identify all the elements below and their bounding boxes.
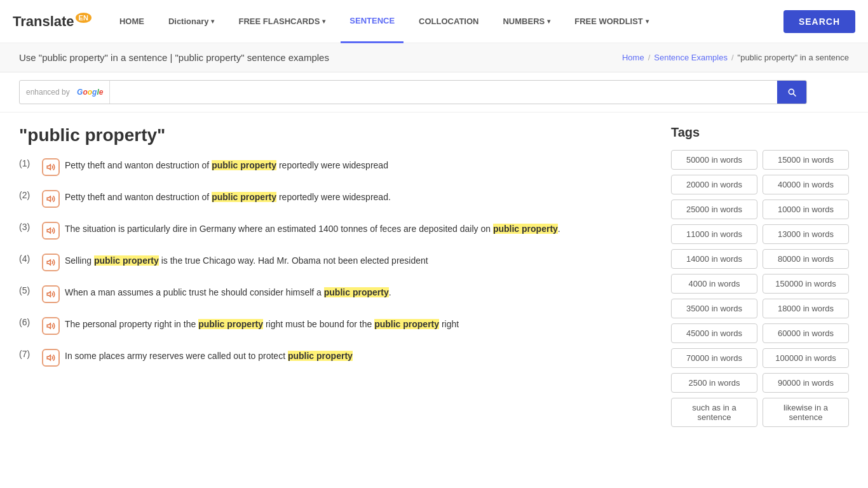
speaker-icon (46, 226, 55, 235)
nav-sentence[interactable]: SENTENCE (341, 0, 403, 43)
highlighted-word: public property (288, 351, 353, 361)
main-layout: "public property" (1)Petty theft and wan… (0, 112, 868, 440)
search-icon-button[interactable] (777, 80, 806, 104)
breadcrumb-home[interactable]: Home (622, 53, 644, 62)
speaker-icon (46, 194, 55, 203)
tag-item[interactable]: 14000 in words (671, 249, 757, 269)
page-title: Use "public property" in a sentence | "p… (19, 52, 329, 63)
sentence-number: (3) (19, 222, 37, 232)
sentence-item: (2)Petty theft and wanton destruction of… (19, 190, 652, 208)
highlighted-word: public property (324, 287, 389, 297)
google-search-wrap: enhanced by Google (19, 80, 807, 104)
sentence-text: The personal property right in the publi… (65, 317, 459, 331)
sentence-item: (7)In some places army reserves were cal… (19, 349, 652, 367)
nav-numbers[interactable]: NUMBERS ▾ (494, 0, 559, 43)
sentence-text: Selling public property is the true Chic… (65, 254, 428, 268)
speaker-icon (46, 163, 55, 172)
chevron-down-icon: ▾ (322, 18, 325, 25)
search-input[interactable] (110, 81, 777, 104)
tag-item[interactable]: 50000 in words (671, 150, 757, 170)
tag-item[interactable]: 60000 in words (763, 323, 849, 343)
nav-collocation[interactable]: COLLOCATION (410, 0, 487, 43)
highlighted-word: public property (94, 255, 159, 266)
sentence-item: (3)The situation is particularly dire in… (19, 222, 652, 240)
sentences-container: (1)Petty theft and wanton destruction of… (19, 158, 652, 367)
tag-item[interactable]: 150000 in words (763, 274, 849, 294)
tag-item[interactable]: 35000 in words (671, 299, 757, 318)
chevron-down-icon: ▾ (211, 18, 214, 25)
tag-item[interactable]: 45000 in words (671, 323, 757, 343)
page-header: Use "public property" in a sentence | "p… (0, 43, 868, 72)
google-label: enhanced by Google (20, 81, 110, 104)
tag-item[interactable]: such as in a sentence (671, 398, 757, 427)
tag-item[interactable]: 2500 in words (671, 373, 757, 393)
sentence-number: (4) (19, 254, 37, 264)
sentence-text: When a man assumes a public trust he sho… (65, 285, 391, 299)
nav-wordlist[interactable]: FREE WORDLIST ▾ (566, 0, 658, 43)
logo[interactable]: Translate EN (13, 13, 92, 30)
tags-title: Tags (671, 125, 849, 140)
sentence-item: (1)Petty theft and wanton destruction of… (19, 158, 652, 176)
speaker-button[interactable] (42, 285, 60, 303)
speaker-button[interactable] (42, 349, 60, 367)
breadcrumb-sep: / (648, 53, 651, 62)
highlighted-word: public property (198, 319, 263, 329)
sentence-text: Petty theft and wanton destruction of pu… (65, 158, 388, 172)
sentence-item: (5)When a man assumes a public trust he … (19, 285, 652, 303)
sentence-item: (4)Selling public property is the true C… (19, 254, 652, 271)
nav-dictionary[interactable]: Dictionary ▾ (159, 0, 224, 43)
nav-flashcards[interactable]: FREE FLASHCARDS ▾ (229, 0, 334, 43)
speaker-icon (46, 353, 55, 362)
tag-item[interactable]: 70000 in words (671, 348, 757, 368)
navbar: Translate EN HOME Dictionary ▾ FREE FLAS… (0, 0, 868, 43)
sentence-item: (6)The personal property right in the pu… (19, 317, 652, 335)
sentence-text: Petty theft and wanton destruction of pu… (65, 190, 391, 204)
sentence-number: (2) (19, 190, 37, 200)
tag-item[interactable]: 15000 in words (763, 150, 849, 170)
tag-item[interactable]: 4000 in words (671, 274, 757, 294)
tag-item[interactable]: 25000 in words (671, 200, 757, 219)
speaker-icon (46, 258, 55, 267)
tag-item[interactable]: 13000 in words (763, 224, 849, 244)
tag-item[interactable]: 40000 in words (763, 175, 849, 194)
search-button[interactable]: SEARCH (783, 10, 855, 33)
chevron-down-icon: ▾ (646, 18, 649, 25)
speaker-button[interactable] (42, 317, 60, 335)
speaker-button[interactable] (42, 190, 60, 208)
nav-home[interactable]: HOME (111, 0, 153, 43)
breadcrumb-sep2: / (731, 53, 734, 62)
content-area: "public property" (1)Petty theft and wan… (19, 125, 652, 381)
tag-item[interactable]: 18000 in words (763, 299, 849, 318)
breadcrumb-current: "public property" in a sentence (738, 53, 849, 62)
tags-grid: 50000 in words15000 in words20000 in wor… (671, 150, 849, 427)
highlighted-word: public property (493, 224, 558, 234)
speaker-icon (46, 290, 55, 299)
tag-item[interactable]: likewise in a sentence (763, 398, 849, 427)
logo-text: Translate (13, 13, 74, 30)
sentence-number: (5) (19, 285, 37, 295)
speaker-button[interactable] (42, 222, 60, 240)
sentence-number: (1) (19, 158, 37, 168)
sidebar: Tags 50000 in words15000 in words20000 i… (671, 125, 849, 427)
breadcrumb-sentence-examples[interactable]: Sentence Examples (654, 53, 728, 62)
tag-item[interactable]: 11000 in words (671, 224, 757, 244)
breadcrumb: Home / Sentence Examples / "public prope… (622, 53, 849, 62)
speaker-button[interactable] (42, 254, 60, 271)
tag-item[interactable]: 80000 in words (763, 249, 849, 269)
chevron-down-icon: ▾ (547, 18, 550, 25)
logo-badge: EN (76, 13, 92, 23)
tag-item[interactable]: 90000 in words (763, 373, 849, 393)
highlighted-word: public property (374, 319, 439, 329)
tag-item[interactable]: 100000 in words (763, 348, 849, 368)
sentence-number: (7) (19, 349, 37, 359)
tag-item[interactable]: 10000 in words (763, 200, 849, 219)
tag-item[interactable]: 20000 in words (671, 175, 757, 194)
search-bar-container: enhanced by Google (0, 72, 868, 112)
search-icon (787, 87, 797, 97)
highlighted-word: public property (212, 160, 276, 170)
speaker-button[interactable] (42, 158, 60, 176)
highlighted-word: public property (212, 192, 276, 202)
word-heading: "public property" (19, 125, 652, 146)
speaker-icon (46, 322, 55, 330)
sentence-text: The situation is particularly dire in Ge… (65, 222, 560, 236)
